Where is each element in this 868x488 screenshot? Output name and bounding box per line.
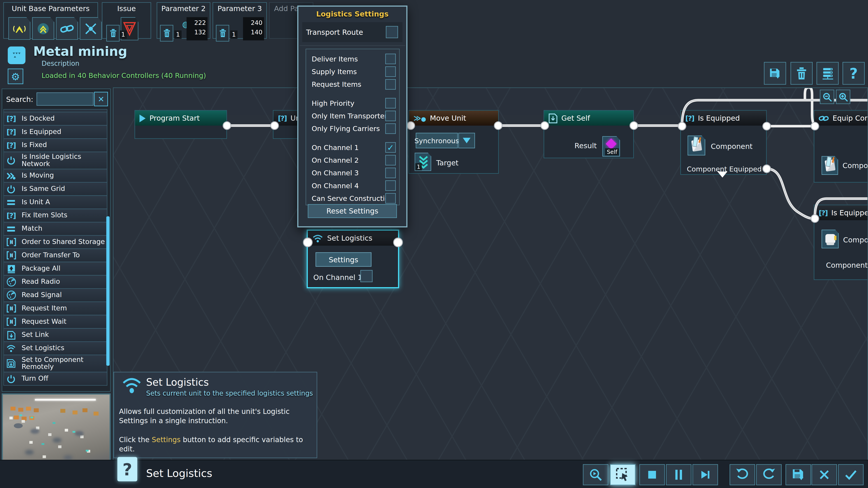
cancel-button[interactable] [811, 464, 837, 485]
gear-icon[interactable]: ⚙ [8, 69, 23, 84]
logistics-option-row: On Channel 1✓ [306, 141, 399, 154]
select-tool-button[interactable] [610, 464, 636, 485]
dropdown-arrow-button[interactable] [458, 133, 475, 149]
request-items-checkbox[interactable] [385, 79, 396, 90]
sync-dropdown[interactable]: Synchronous [416, 133, 458, 149]
sidebar-item-is-same-grid[interactable]: Is Same Grid [3, 182, 107, 196]
sidebar-item-set-logistics[interactable]: Set Logistics [3, 341, 107, 355]
can-serve-construction-checkbox[interactable] [385, 193, 396, 204]
node-title: Program Start [149, 114, 199, 122]
supply-items-checkbox[interactable] [385, 66, 396, 77]
component-item-icon[interactable] [688, 135, 705, 156]
fire-circle-icon[interactable] [32, 17, 54, 40]
target-item-icon[interactable]: 1 [414, 153, 431, 171]
target-label: Target [436, 159, 458, 167]
sidebar-item-package-all[interactable]: Package All [3, 262, 107, 275]
settings-link[interactable]: Settings [152, 435, 180, 444]
sidebar-item-read-signal[interactable]: Read Signal [3, 288, 107, 302]
node-is-equipped-2[interactable]: [?] Is Equipped Component Component Equi… [814, 205, 868, 280]
confirm-button[interactable] [838, 464, 864, 485]
check-icon [844, 468, 858, 481]
sidebar-item-request-wait[interactable]: Request Wait [3, 315, 107, 328]
on-channel-4-checkbox[interactable] [385, 180, 396, 191]
delete-issue-button[interactable] [106, 25, 120, 41]
sidebar-item-read-radio[interactable]: Read Radio [3, 275, 107, 289]
sidebar-item-match[interactable]: Match [3, 222, 107, 236]
save-button[interactable] [785, 464, 811, 485]
component-item-icon[interactable] [822, 230, 839, 248]
undo-button[interactable] [730, 464, 755, 485]
miner-component-icon [691, 139, 702, 152]
canvas-zoom-in-button[interactable] [836, 90, 850, 104]
tab-parameter-3[interactable]: Parameter 3 1 240140 [213, 2, 267, 39]
on-channel-2-checkbox[interactable] [385, 155, 396, 166]
help-button[interactable]: ? [842, 62, 865, 85]
option-label: On Channel 4 [306, 182, 359, 190]
tab-unit-base-parameters[interactable]: Unit Base Parameters [3, 2, 98, 39]
sidebar-item-label: Fix Item Slots [22, 212, 67, 219]
bright-strip [35, 399, 96, 400]
pause-button[interactable] [666, 464, 691, 485]
clear-search-button[interactable]: ✕ [94, 92, 108, 106]
node-title: Equip Component [833, 114, 868, 122]
sidebar-scrollbar[interactable] [106, 217, 110, 366]
settings-button[interactable]: Settings [315, 252, 371, 267]
deliver-items-checkbox[interactable] [385, 54, 396, 64]
node-equip-component[interactable]: Equip Component No Component Component [814, 110, 868, 183]
node-set-logistics[interactable]: Set Logistics Settings On Channel 1 [307, 230, 399, 288]
search-input[interactable] [37, 92, 94, 106]
on-channel-1-checkbox[interactable] [360, 270, 373, 282]
collapse-arrows-icon[interactable] [80, 17, 102, 40]
trash-icon [796, 67, 807, 80]
redo-button[interactable] [756, 464, 782, 485]
instruction-sidebar: Search: ✕ [?]Is Docked[?]Is Equipped[?]I… [2, 89, 111, 392]
on-channel-3-checkbox[interactable] [385, 168, 396, 178]
sidebar-item-order-transfer-to[interactable]: Order Transfer To [3, 249, 107, 262]
sidebar-item-is-unit-a[interactable]: Is Unit A [3, 195, 107, 209]
sidebar-item-is-docked[interactable]: [?]Is Docked [3, 112, 107, 126]
description-label[interactable]: Description [41, 60, 79, 67]
node-is-equipped-1[interactable]: [?] Is Equipped Component Component Equi… [680, 110, 767, 175]
sidebar-item-turn-off[interactable]: Turn Off [3, 372, 107, 386]
save-behavior-button[interactable] [764, 62, 786, 85]
on-channel-1-checkbox[interactable]: ✓ [385, 142, 396, 153]
only-item-transporters-checkbox[interactable] [385, 111, 396, 121]
sidebar-item-set-to-component-remotely[interactable]: Set to Component Remotely [3, 355, 107, 372]
expand-triangle-icon[interactable] [717, 171, 727, 177]
canvas-zoom-out-button[interactable] [820, 90, 834, 104]
sidebar-item-order-to-shared-storage[interactable]: Order to Shared Storage [3, 235, 107, 249]
delete-behavior-button[interactable] [790, 62, 813, 85]
self-value-icon[interactable]: Self [602, 136, 620, 157]
step-button[interactable] [692, 464, 718, 485]
sidebar-item-request-item[interactable]: Request Item [3, 302, 107, 315]
sidebar-item-is-equipped[interactable]: [?]Is Equipped [3, 125, 107, 139]
sidebar-item-is-inside-logistics-network[interactable]: Is Inside Logistics Network [3, 152, 107, 169]
sidebar-item-is-fixed[interactable]: [?]Is Fixed [3, 138, 107, 152]
node-move-unit[interactable]: ≫⬤ Move Unit Synchronous 1 Target [408, 110, 499, 174]
tab-parameter-2[interactable]: Parameter 2 1 ◍ 222132 [157, 2, 211, 39]
magnifier-plus-icon [838, 92, 848, 102]
component-item-icon[interactable] [822, 156, 838, 175]
delete-parameter-button[interactable] [216, 25, 229, 41]
power-icon [4, 185, 18, 193]
stop-button[interactable] [640, 464, 665, 485]
chain-link-icon[interactable] [56, 17, 78, 40]
zoom-to-fit-button[interactable] [583, 464, 609, 485]
sidebar-item-is-moving[interactable]: Is Moving [3, 169, 107, 183]
transport-route-checkbox[interactable] [386, 26, 398, 38]
sidebar-item-set-link[interactable]: Set Link [3, 328, 107, 342]
sidebar-item-fix-item-slots[interactable]: [?]Fix Item Slots [3, 208, 107, 222]
sidebar-item-label: Is Unit A [22, 199, 50, 206]
only-flying-carriers-checkbox[interactable] [385, 123, 396, 134]
node-get-self[interactable]: Get Self Result Self [544, 110, 634, 158]
high-priority-checkbox[interactable] [385, 98, 396, 108]
server-list-button[interactable] [816, 62, 839, 85]
tab-issue[interactable]: Issue 1 [102, 2, 151, 39]
sidebar-item-label: Match [22, 225, 42, 232]
node-program-start[interactable]: Program Start [134, 110, 227, 139]
wifi-icon [4, 344, 18, 352]
reset-settings-button[interactable]: Reset Settings [308, 204, 397, 218]
delete-parameter-button[interactable] [160, 25, 174, 41]
signal-flame-icon[interactable] [8, 17, 31, 40]
logistics-option-row: Request Items [306, 78, 399, 91]
